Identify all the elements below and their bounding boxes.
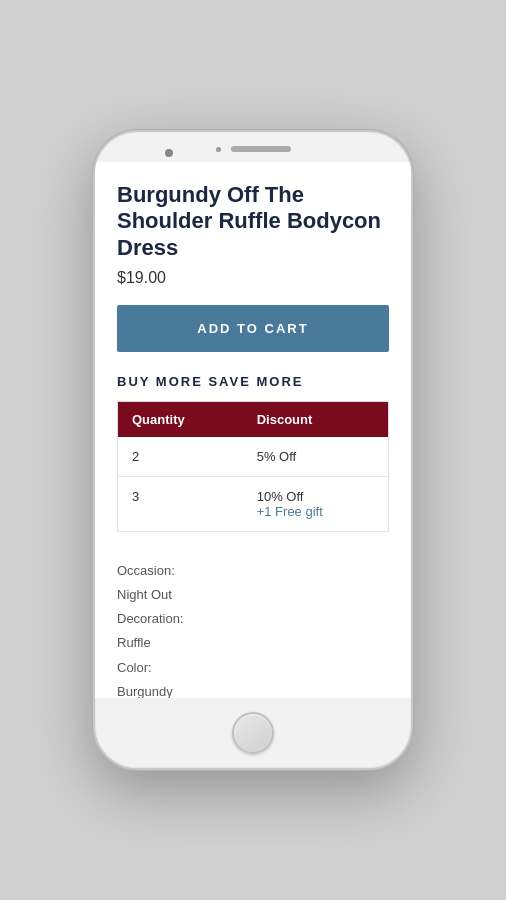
add-to-cart-button[interactable]: ADD TO CART — [117, 305, 389, 352]
product-title: Burgundy Off The Shoulder Ruffle Bodycon… — [117, 182, 389, 261]
free-gift-label: +1 Free gift — [257, 504, 374, 519]
header-discount: Discount — [243, 402, 389, 438]
discount-table: Quantity Discount 2 5% Off 3 10% Off +1 … — [117, 401, 389, 532]
buy-more-title: BUY MORE SAVE MORE — [117, 374, 389, 389]
phone-dot — [216, 147, 221, 152]
product-details: Occasion: Night Out Decoration: Ruffle C… — [117, 560, 389, 698]
occasion-row: Occasion: — [117, 560, 389, 582]
phone-bottom — [95, 698, 411, 768]
table-header-row: Quantity Discount — [118, 402, 389, 438]
discount-cell-2: 10% Off +1 Free gift — [243, 477, 389, 532]
header-quantity: Quantity — [118, 402, 243, 438]
product-price: $19.00 — [117, 269, 389, 287]
table-row: 2 5% Off — [118, 437, 389, 477]
decoration-label: Decoration: — [117, 611, 183, 626]
decoration-row: Decoration: — [117, 608, 389, 630]
home-button[interactable] — [232, 712, 274, 754]
phone-camera — [165, 149, 173, 157]
occasion-value-row: Night Out — [117, 584, 389, 606]
discount-cell-1: 5% Off — [243, 437, 389, 477]
phone-speaker — [231, 146, 291, 152]
quantity-cell-1: 2 — [118, 437, 243, 477]
decoration-value: Ruffle — [117, 635, 151, 650]
phone-top-bar — [95, 132, 411, 162]
phone-screen: Burgundy Off The Shoulder Ruffle Bodycon… — [95, 162, 411, 698]
phone-frame: Burgundy Off The Shoulder Ruffle Bodycon… — [93, 130, 413, 770]
color-value: Burgundy — [117, 684, 173, 698]
color-row: Color: — [117, 657, 389, 679]
quantity-cell-2: 3 — [118, 477, 243, 532]
occasion-label: Occasion: — [117, 563, 175, 578]
color-value-row: Burgundy — [117, 681, 389, 698]
occasion-value: Night Out — [117, 587, 172, 602]
decoration-value-row: Ruffle — [117, 632, 389, 654]
color-label: Color: — [117, 660, 152, 675]
table-row: 3 10% Off +1 Free gift — [118, 477, 389, 532]
